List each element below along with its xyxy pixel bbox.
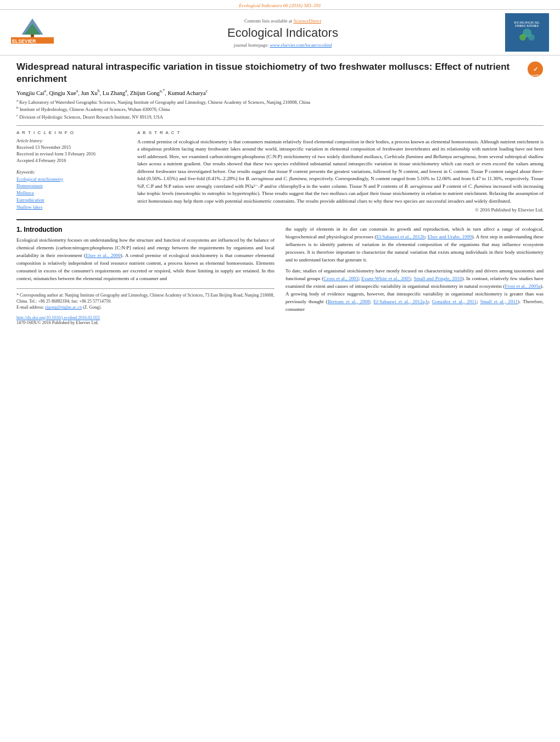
footnote-star: * Corresponding author at: Nanjing Insti… — [16, 292, 275, 304]
svg-text:✓: ✓ — [533, 66, 538, 72]
crossmark-icon[interactable]: ✓ CrossMark — [527, 61, 544, 77]
author-qingju-xue: Qingju Xue — [49, 90, 76, 96]
keyword-eutrophication[interactable]: Eutrophication — [16, 197, 126, 204]
ref-elser-urabe-1999[interactable]: Elser and Urabe, 1999 — [428, 234, 472, 239]
ref-small-2011[interactable]: Small et al., 2011 — [480, 299, 518, 304]
body-right-column: the supply of elements in its diet can c… — [285, 226, 544, 325]
elsevier-logo: ELSEVIER — [11, 15, 55, 49]
article-title: Widespread natural intraspecific variati… — [16, 61, 522, 85]
footnote-email-link[interactable]: zjgong@niglas.ac.cn — [45, 305, 82, 310]
header-section: ELSEVIER Contents lists available at Sci… — [0, 10, 560, 55]
journal-cover-image: ECOLOGICALINDICATORS — [505, 13, 549, 52]
body-left-column: 1. Introduction Ecological stoichiometry… — [16, 226, 275, 325]
ref-bertram-2008[interactable]: Bertram et al., 2008 — [328, 299, 370, 304]
abstract-column: A B S T R A C T A central premise of eco… — [137, 130, 544, 213]
keyword-mollusca[interactable]: Mollusca — [16, 189, 126, 197]
author-yongjiu-cai: Yongjiu Cai — [16, 90, 44, 96]
footnote-section: * Corresponding author at: Nanjing Insti… — [16, 288, 275, 311]
affiliation-b: Institute of Hydrobiology, Chinese Acade… — [20, 107, 170, 112]
contents-line: Contents lists available at ScienceDirec… — [60, 18, 505, 24]
author-lu-zhang: Lu Zhang — [103, 90, 125, 96]
crossmark-svg: ✓ CrossMark — [527, 61, 544, 77]
abstract-heading: A B S T R A C T — [137, 130, 544, 135]
author-zhijun-gong: Zhijun Gong — [130, 90, 160, 96]
keywords-section: Keywords: Ecological stoichiometry Homoe… — [16, 170, 126, 211]
introduction-title: 1. Introduction — [16, 226, 275, 233]
section-divider — [16, 219, 544, 220]
author-jun-xu: Jun Xu — [81, 90, 98, 96]
journal-reference: Ecological Indicators 66 (2016) 583–591 — [239, 3, 321, 8]
ref-elsabaawi-2012b[interactable]: El-Sabaawi et al., 2012b — [376, 234, 425, 239]
divider-after-affiliations — [16, 125, 544, 126]
homepage-line: journal homepage: www.elsevier.com/locat… — [60, 42, 505, 48]
ref-evanswhite-2005[interactable]: Evans-White et al., 2005 — [361, 276, 411, 281]
received-revised-date: Received in revised form 3 February 2016 — [16, 151, 126, 158]
intro-paragraph-1: Ecological stoichiometry focuses on unde… — [16, 237, 275, 283]
elsevier-svg-icon: ELSEVIER — [11, 15, 54, 48]
affiliations: a Key Laboratory of Watershed Geographic… — [16, 98, 544, 121]
abstract-text: A central premise of ecological stoichio… — [137, 138, 544, 205]
doi-link[interactable]: http://dx.doi.org/10.1016/j.ecolind.2016… — [16, 315, 100, 320]
keyword-homoeostasis[interactable]: Homoeostasis — [16, 182, 126, 189]
doi-section: http://dx.doi.org/10.1016/j.ecolind.2016… — [16, 315, 275, 325]
authors-line: Yongjiu Caia, Qingju Xuea, Jun Xub, Lu Z… — [16, 88, 544, 96]
svg-text:ELSEVIER: ELSEVIER — [12, 38, 36, 44]
ref-small-pringle-2010[interactable]: Small and Pringle, 2010 — [413, 276, 462, 281]
svg-text:CrossMark: CrossMark — [529, 74, 542, 77]
top-bar: Ecological Indicators 66 (2016) 583–591 — [0, 0, 560, 10]
affiliation-a: Key Laboratory of Watershed Geographic S… — [19, 99, 310, 105]
ref-cross-2003[interactable]: Cross et al., 2003 — [323, 276, 359, 281]
intro-paragraph-3: To date, studies of organismal stoichiom… — [285, 267, 544, 314]
keywords-heading: Keywords: — [16, 170, 126, 175]
accepted-date: Accepted 4 February 2016 — [16, 158, 126, 164]
article-info-column: A R T I C L E I N F O Article history: R… — [16, 130, 126, 213]
received-date: Received 13 November 2015 — [16, 144, 126, 151]
article-info-heading: A R T I C L E I N F O — [16, 130, 126, 135]
journal-title: Ecological Indicators — [60, 26, 505, 40]
svg-point-6 — [519, 34, 526, 41]
ref-elser-2000[interactable]: Elser et al., 2000 — [86, 253, 121, 258]
ref-elsabaawi-2012ab[interactable]: El-Sabaawi et al., 2012a,b — [373, 299, 428, 304]
svg-point-7 — [528, 34, 535, 41]
body-section: 1. Introduction Ecological stoichiometry… — [16, 226, 544, 325]
footnote-email: E-mail address: zjgong@niglas.ac.cn (Z. … — [16, 304, 275, 310]
article-info-abstract-columns: A R T I C L E I N F O Article history: R… — [16, 130, 544, 213]
author-kumud-acharya: Kumud Acharya — [168, 90, 206, 96]
ref-frost-2005a[interactable]: Frost et al., 2005a — [505, 283, 541, 289]
copyright: © 2016 Published by Elsevier Ltd. — [137, 207, 544, 213]
history-label: Article history: — [16, 138, 126, 143]
journal-image-icon — [516, 27, 538, 44]
svg-rect-4 — [31, 35, 34, 37]
main-content: Widespread natural intraspecific variati… — [0, 55, 560, 331]
intro-paragraph-2: the supply of elements in its diet can c… — [285, 226, 544, 264]
homepage-url[interactable]: www.elsevier.com/locate/ecolind — [270, 42, 332, 48]
sciencedirect-link[interactable]: ScienceDirect — [294, 18, 321, 24]
keyword-shallow-lakes[interactable]: Shallow lakes — [16, 204, 126, 211]
article-info-section: A R T I C L E I N F O Article history: R… — [16, 130, 126, 164]
article-title-section: Widespread natural intraspecific variati… — [16, 61, 544, 85]
keyword-ecological-stoichiometry[interactable]: Ecological stoichiometry — [16, 176, 126, 183]
affiliation-c: Division of Hydrologic Sciences, Desert … — [19, 114, 163, 120]
header-center: Contents lists available at ScienceDirec… — [60, 18, 505, 48]
ref-gonzalez-2011[interactable]: González et al., 2011 — [432, 299, 477, 304]
eco-label: ECOLOGICALINDICATORS — [514, 21, 540, 27]
issn-text: 1470-160X/© 2016 Published by Elsevier L… — [16, 320, 99, 325]
